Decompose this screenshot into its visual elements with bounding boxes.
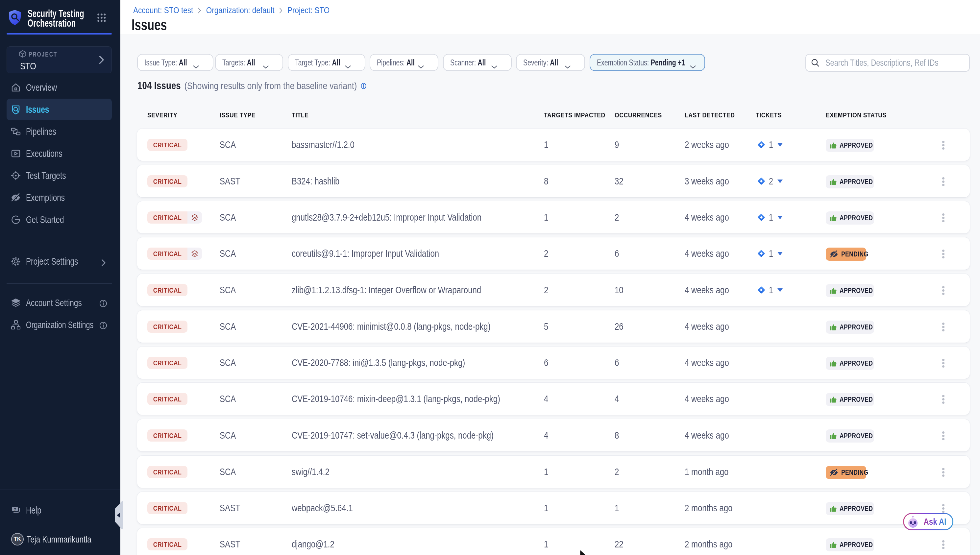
svg-text:?: ? bbox=[14, 507, 16, 511]
